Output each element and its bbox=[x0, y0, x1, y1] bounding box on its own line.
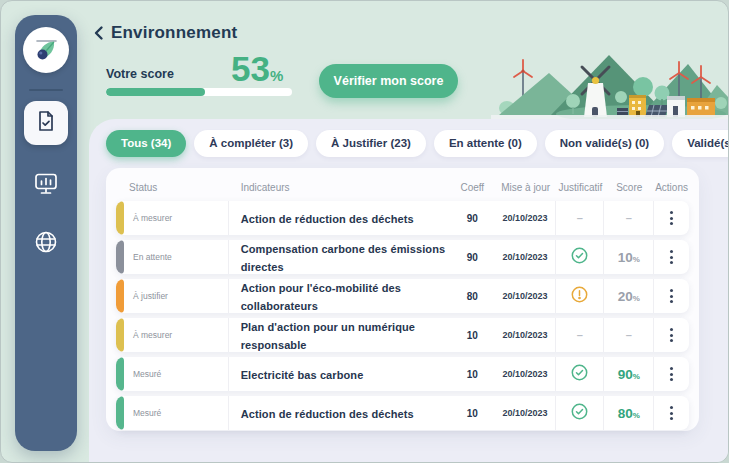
tab-tous[interactable]: Tous (34) bbox=[106, 130, 186, 157]
justificatif-empty: – bbox=[577, 329, 583, 341]
table-row: À justifier Action pour l'éco-mobilité d… bbox=[116, 279, 689, 313]
back-button[interactable] bbox=[91, 25, 109, 43]
table-header: Status Indicateurs Coeff Mise à jour Jus… bbox=[106, 168, 699, 201]
coeff-value: 80 bbox=[450, 291, 495, 302]
indicator-label: Compensation carbone des émissions direc… bbox=[241, 243, 446, 273]
tab-a-completer[interactable]: À compléter (3) bbox=[194, 130, 308, 157]
status-badge: À mesurer bbox=[133, 213, 172, 223]
monitor-chart-icon bbox=[33, 171, 59, 201]
tab-a-justifier[interactable]: À Justifier (23) bbox=[316, 130, 426, 157]
updated-date: 20/10/2023 bbox=[503, 291, 548, 301]
coeff-value: 10 bbox=[450, 330, 495, 341]
indicator-label: Plan d'action pour un numérique responsa… bbox=[241, 321, 415, 351]
tab-en-attente[interactable]: En attente (0) bbox=[434, 130, 537, 157]
tab-non-valides[interactable]: Non validé(s) (0) bbox=[545, 130, 664, 157]
indicator-label: Electricité bas carbone bbox=[241, 369, 364, 381]
score-value: 90% bbox=[618, 367, 640, 382]
status-badge: En attente bbox=[133, 252, 172, 262]
logo-comet-icon bbox=[23, 27, 69, 73]
check-circle-icon bbox=[571, 247, 588, 268]
status-accent-bar bbox=[116, 201, 124, 235]
column-header-justificatif: Justificatif bbox=[557, 182, 605, 193]
kebab-menu-icon[interactable] bbox=[664, 402, 679, 424]
indicators-table: Status Indicateurs Coeff Mise à jour Jus… bbox=[106, 168, 699, 431]
score-unit: % bbox=[270, 67, 283, 84]
updated-date: 20/10/2023 bbox=[503, 213, 548, 223]
coeff-value: 90 bbox=[450, 213, 495, 224]
score-empty: – bbox=[626, 329, 632, 341]
kebab-menu-icon[interactable] bbox=[664, 324, 679, 346]
status-accent-bar bbox=[116, 318, 124, 352]
score-value: 80% bbox=[618, 406, 640, 421]
tab-valides[interactable]: Validé(s) (0) bbox=[672, 130, 729, 157]
sidebar-divider bbox=[29, 89, 63, 91]
status-accent-bar bbox=[116, 357, 124, 391]
score-label: Votre score bbox=[106, 67, 174, 81]
landscape-illustration bbox=[491, 51, 728, 123]
score-value: 53% bbox=[231, 51, 283, 86]
sidebar-item-indicators[interactable] bbox=[24, 101, 68, 145]
status-badge: Mesuré bbox=[133, 369, 161, 379]
score-progress-fill bbox=[106, 88, 205, 96]
status-accent-bar bbox=[116, 279, 124, 313]
check-circle-icon bbox=[571, 364, 588, 385]
table-row: À mesurer Plan d'action pour un numériqu… bbox=[116, 318, 689, 352]
indicator-label: Action de réduction des déchets bbox=[241, 213, 414, 225]
status-badge: Mesuré bbox=[133, 408, 161, 418]
globe-icon bbox=[33, 229, 59, 259]
score-value: 20% bbox=[618, 289, 640, 304]
score-value: 10% bbox=[618, 250, 640, 265]
indicator-label: Action pour l'éco-mobilité des collabora… bbox=[241, 282, 401, 312]
justificatif-empty: – bbox=[577, 212, 583, 224]
updated-date: 20/10/2023 bbox=[503, 369, 548, 379]
filter-tabs: Tous (34) À compléter (3) À Justifier (2… bbox=[106, 130, 729, 157]
document-check-icon bbox=[34, 109, 58, 137]
status-badge: À mesurer bbox=[133, 330, 172, 340]
sidebar-item-web[interactable] bbox=[24, 227, 68, 261]
updated-date: 20/10/2023 bbox=[503, 252, 548, 262]
table-rows: À mesurer Action de réduction des déchet… bbox=[106, 201, 699, 430]
kebab-menu-icon[interactable] bbox=[664, 285, 679, 307]
coeff-value: 10 bbox=[450, 408, 495, 419]
sidebar-item-dashboard[interactable] bbox=[24, 169, 68, 203]
status-accent-bar bbox=[116, 396, 124, 430]
kebab-menu-icon[interactable] bbox=[664, 207, 679, 229]
updated-date: 20/10/2023 bbox=[503, 408, 548, 418]
score-progress-track bbox=[106, 88, 292, 96]
column-header-indicateurs: Indicateurs bbox=[229, 182, 450, 193]
column-header-status: Status bbox=[116, 182, 229, 193]
table-row: Mesuré Action de réduction des déchets 1… bbox=[116, 396, 689, 430]
page-title: Environnement bbox=[111, 23, 237, 43]
coeff-value: 10 bbox=[450, 369, 495, 380]
coeff-value: 90 bbox=[450, 252, 495, 263]
status-badge: À justifier bbox=[133, 291, 168, 301]
app-window: Environnement Votre score 53% Vérifier m… bbox=[0, 0, 729, 463]
column-header-actions: Actions bbox=[654, 182, 689, 193]
kebab-menu-icon[interactable] bbox=[664, 363, 679, 385]
verify-score-button[interactable]: Vérifier mon score bbox=[319, 64, 458, 98]
column-header-score: Score bbox=[604, 182, 654, 193]
table-row: En attente Compensation carbone des émis… bbox=[116, 240, 689, 274]
column-header-mise-a-jour: Mise à jour bbox=[495, 182, 557, 193]
updated-date: 20/10/2023 bbox=[503, 330, 548, 340]
sidebar bbox=[15, 15, 77, 451]
check-circle-icon bbox=[571, 403, 588, 424]
table-row: Mesuré Electricité bas carbone 10 20/10/… bbox=[116, 357, 689, 391]
kebab-menu-icon[interactable] bbox=[664, 246, 679, 268]
column-header-coeff: Coeff bbox=[450, 182, 495, 193]
status-accent-bar bbox=[116, 240, 124, 274]
warning-circle-icon bbox=[571, 286, 588, 307]
score-empty: – bbox=[626, 212, 632, 224]
table-row: À mesurer Action de réduction des déchet… bbox=[116, 201, 689, 235]
chevron-left-icon bbox=[91, 27, 107, 44]
indicator-label: Action de réduction des déchets bbox=[241, 408, 414, 420]
